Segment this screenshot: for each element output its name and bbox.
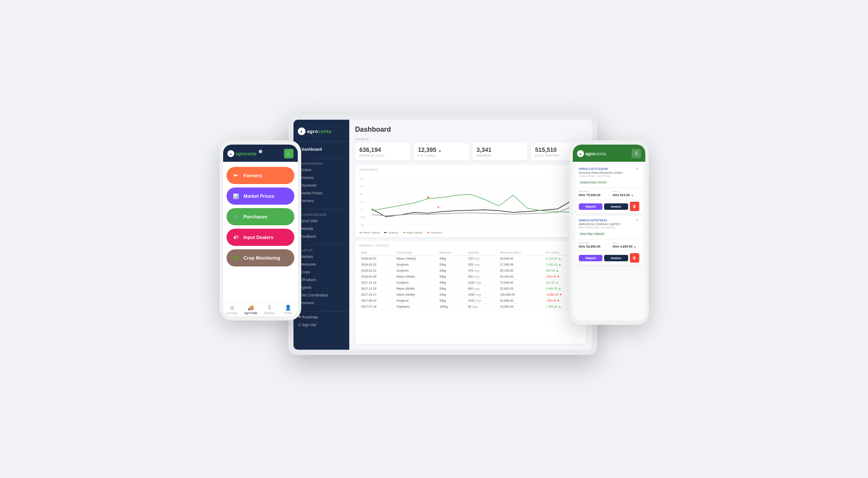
main-content: Dashboard TOTALS 636,194 REVENUE (GHC) 1… [349,120,592,350]
sidebar-item-orders[interactable]: Orders [293,166,349,174]
sidebar-section-dashboard: ⌂Dashboard [293,145,349,154]
crop-monitoring-button[interactable]: 🌿 Crop Monitoring [227,249,294,266]
phone-right-logo: ● agrocenta [577,150,606,157]
phone-right: ● agrocenta ☰ ORD/CLNT/C31E06 Guinness G… [569,140,649,325]
phone-right-menu-button[interactable]: ☰ [632,149,641,158]
market-prices-button[interactable]: 📊 Market Prices [227,188,294,205]
sidebar-item-feedback[interactable]: Feedback [293,233,349,240]
order-2-edit-icon[interactable]: ✎ [636,218,639,223]
sidebar-item-dashboard[interactable]: ⌂Dashboard [293,145,349,154]
phone-left-footer: ⊞ Earnings 🚚 AgroTrade $ AgroPay 👤 Profi… [223,302,298,316]
sidebar-logo-text: agrocenta [307,129,332,134]
order-2-delete-button[interactable]: 🗑 [630,253,639,263]
svg-point-14 [427,197,429,199]
phone-left-screen: ● agrocenta ⌂ ✏ Farmers 📊 Market Prices [223,145,298,316]
cell-date: 2018-03-07 [360,256,395,262]
order-1-revenue-field: Revenue GHs 75,930.00 [575,188,609,199]
order-2-invoice-button[interactable]: Invoice [604,255,628,261]
chart-title: TRADINGS [360,168,582,171]
sidebar-item-payments[interactable]: Payments [293,182,349,189]
svg-text:10k: 10k [360,177,363,180]
agrotrade-icon: 🚚 [248,305,254,311]
footer-earnings[interactable]: ⊞ Earnings [223,305,242,315]
sidebar-item-partners[interactable]: Partners [293,299,349,307]
sidebar-item-send-sms[interactable]: Send SMS [293,217,349,225]
cell-measure: 100kg [438,304,466,310]
sidebar-item-site-coordinators[interactable]: Site Coordinators [293,291,349,299]
phone-right-body: ORD/CLNT/C31E06 Guinness Ghana Breweries… [573,162,645,321]
cell-revenue: 52,800.00 [498,286,544,292]
sidebar: ● agrocenta ⌂Dashboard ☰AgroTrade Orders… [293,120,349,350]
purchases-button[interactable]: 🛒 Purchases [227,208,294,225]
svg-text:2.5k: 2.5k [360,200,364,203]
farmers-button[interactable]: ✏ Farmers [227,167,294,184]
phone-left: ● agrocenta ⌂ ✏ Farmers 📊 Market Prices [220,140,301,321]
input-dealers-label: Input Dealers [244,235,274,240]
cell-measure: 50kg [438,268,466,274]
sidebar-item-measures[interactable]: Measures [293,260,349,268]
cell-commodity: Soybeans [395,304,438,310]
revenue-value: 636,194 [360,146,406,153]
cell-commodity: Sorghum [395,280,438,286]
sidebar-item-invoices[interactable]: Invoices [293,174,349,182]
cell-revenue: 50,400.00 [498,274,544,280]
earnings-icon: ⊞ [230,305,234,311]
cell-date: 2018-01-09 [360,274,395,280]
legend-soybeans: Soybeans [427,231,442,234]
order-1-revenue-value: GHs 75,930.00 [579,193,605,197]
purchases-icon: 🛒 [232,212,240,221]
svg-text:0: 0 [361,208,362,211]
sidebar-item-signout[interactable]: ⊙ Sign Out [293,321,349,329]
footer-profile[interactable]: 👤 Profile [279,305,298,315]
cell-quantity: 720 bags [466,256,499,262]
tablet-screen: ● agrocenta ⌂Dashboard ☰AgroTrade Orders… [293,120,592,350]
phone-logo-text: agrocenta [236,151,257,156]
sidebar-divider-4 [293,311,349,312]
sidebar-item-farmers[interactable]: Farmers [293,197,349,205]
order-2-meta1: Maize (White) 50kg × Sorn18.41kg [579,226,620,229]
totals-label: TOTALS [355,138,586,141]
table-row: 2018-03-07 Maize (Yellow) 50kg 720 bags … [360,256,582,262]
order-card-1: ORD/CLNT/C31E06 Guinness Ghana Breweries… [575,164,643,213]
market-prices-label: Market Prices [244,194,275,199]
order-1-fields: Revenue GHs 75,930.00 P & L GHs 813.00 ▲ [575,188,643,199]
sidebar-item-website[interactable]: Website [293,225,349,233]
order-2-revenue-value: GHs 52,800.00 [579,245,605,248]
order-1-edit-icon[interactable]: ✎ [636,167,639,171]
footer-agrotrade[interactable]: 🚚 AgroTrade [242,305,260,315]
input-dealers-button[interactable]: 🏷 Input Dealers [227,229,294,246]
table-row: 2017-11-29 Maize (White) 50kg 800 bags 5… [360,286,582,292]
order-2-pl-value: GHs 4,899.50 ▲ [613,245,639,248]
order-1-header: ORD/CLNT/C31E06 Guinness Ghana Breweries… [575,164,643,188]
sidebar-item-crops[interactable]: Crops [293,268,349,276]
sidebar-setup-title: ⚙Setup [293,247,349,253]
chart-section: TRADINGS 10k [355,165,586,237]
cell-revenue: 75,930.00 [498,280,544,286]
phone-left-header: ● agrocenta ⌂ [223,145,298,162]
phone-left-menu: ✏ Farmers 📊 Market Prices 🛒 Purchases 🏷 … [223,162,298,302]
farmers-value: 3,341 [477,146,523,153]
order-1-waybill-button[interactable]: Waybill [579,203,603,210]
order-1-invoice-button[interactable]: Invoice [604,203,628,210]
order-2-waybill-button[interactable]: Waybill [579,255,603,261]
main-scene: ● agrocenta ⌂ ✏ Farmers 📊 Market Prices [220,106,649,372]
sidebar-item-market-prices[interactable]: Market Prices [293,189,349,197]
sidebar-divider-3 [293,245,349,245]
sidebar-item-roadmap[interactable]: ⚑ Roadmap [293,313,349,321]
cell-date: 2017-07-18 [360,304,395,310]
market-prices-icon: 📊 [232,192,240,200]
tablet: ● agrocenta ⌂Dashboard ☰AgroTrade Orders… [288,115,597,355]
cell-quantity: 900 bags [466,274,499,280]
sidebar-item-agents[interactable]: Agents [293,284,349,291]
svg-text:7.5k: 7.5k [360,185,364,188]
footer-agropay[interactable]: $ AgroPay [260,305,279,315]
order-1-delete-button[interactable]: 🗑 [630,202,639,211]
order-card-2-wrap: ORD/CLNT/975243 AWRGROW COMPANY LIMITED … [573,213,645,265]
cell-revenue: 16,650.00 [498,304,544,310]
phone-home-button[interactable]: ⌂ [284,149,293,158]
crop-monitoring-label: Crop Monitoring [244,255,281,260]
crop-monitoring-icon: 🌿 [232,254,240,262]
sidebar-item-offtakers[interactable]: Off-takers [293,276,349,284]
sidebar-item-markets[interactable]: Markets [293,253,349,260]
cell-revenue: 82,848.00 [498,298,544,304]
